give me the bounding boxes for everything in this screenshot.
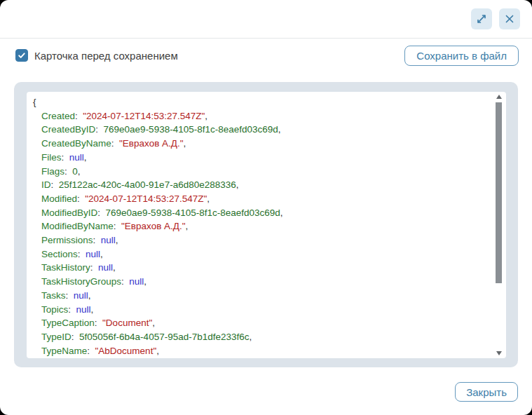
checkbox-label: Карточка перед сохранением [34, 50, 178, 62]
checkmark-icon [18, 51, 26, 60]
scroll-down-arrow-icon[interactable] [496, 351, 502, 355]
scrollbar-thumb[interactable] [496, 102, 502, 283]
json-panel: {Created: "2024-07-12T14:53:27.547Z",Cre… [14, 82, 518, 367]
json-line: TaskHistory: null, [33, 261, 488, 275]
json-line: TypeName: "AbDocument", [33, 344, 488, 358]
json-viewer: {Created: "2024-07-12T14:53:27.547Z",Cre… [27, 92, 506, 358]
expand-button[interactable] [471, 8, 492, 29]
json-line: ID: 25f122ac-420c-4a00-91e7-a6d80e288336… [33, 178, 488, 192]
json-line: ModifiedByID: 769e0ae9-5938-4105-8f1c-8e… [33, 206, 488, 220]
json-line: CreatedByID: 769e0ae9-5938-4105-8f1c-8ea… [33, 123, 488, 137]
page-background: { "colors": { "accent": "#3d7ea9", "acce… [0, 0, 532, 415]
json-line: Flags: 0, [33, 165, 488, 179]
json-content: {Created: "2024-07-12T14:53:27.547Z",Cre… [27, 92, 506, 358]
json-line: TaskHistoryGroups: null, [33, 275, 488, 289]
expand-icon [476, 13, 487, 25]
close-dialog-button[interactable]: Закрыть [455, 382, 518, 402]
dialog-footer: Закрыть [0, 382, 532, 402]
json-line: Sections: null, [33, 247, 488, 261]
checkbox-box[interactable] [15, 49, 28, 62]
close-icon [505, 14, 514, 24]
json-line: Tasks: null, [33, 289, 488, 303]
json-line: CreatedByName: "Еврахов А.Д.", [33, 137, 488, 151]
json-line: Files: null, [33, 151, 488, 165]
dialog-header [0, 0, 532, 39]
toolbar-row: Карточка перед сохранением Сохранить в ф… [0, 45, 532, 66]
save-to-file-button[interactable]: Сохранить в файл [404, 46, 519, 66]
json-line: Modified: "2024-07-12T14:53:27.547Z", [33, 192, 488, 206]
json-line: TypeID: 5f05056f-6b4a-4057-95ad-7b1dfe23… [33, 330, 488, 344]
json-line: Permissions: null, [33, 233, 488, 247]
card-before-save-checkbox[interactable]: Карточка перед сохранением [15, 49, 178, 62]
json-line: ModifiedByName: "Еврахов А.Д.", [33, 219, 488, 233]
json-line: { [33, 95, 488, 109]
json-line: TypeCaption: "Document", [33, 316, 488, 330]
vertical-scrollbar[interactable] [495, 93, 503, 357]
dialog-window: Карточка перед сохранением Сохранить в ф… [0, 0, 532, 415]
json-line: Topics: null, [33, 303, 488, 317]
json-line: Created: "2024-07-12T14:53:27.547Z", [33, 109, 488, 123]
scroll-up-arrow-icon[interactable] [496, 95, 502, 99]
close-button[interactable] [499, 8, 520, 29]
